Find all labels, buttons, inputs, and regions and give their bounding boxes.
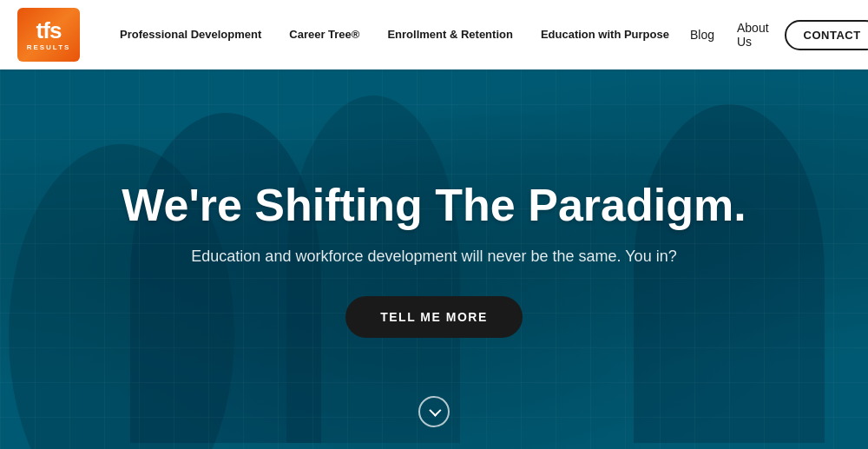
hero-subtext: Education and workforce development will… — [122, 248, 746, 266]
primary-nav: Professional Development Career Tree® En… — [106, 28, 683, 43]
nav-link-about-us[interactable]: About Us — [730, 21, 776, 49]
nav-item-enrollment-retention[interactable]: Enrollment & Retention — [373, 28, 526, 43]
contact-button[interactable]: CONTACT — [785, 20, 868, 50]
hero-content: We're Shifting The Paradigm. Education a… — [87, 181, 780, 338]
nav-link-blog[interactable]: Blog — [683, 28, 721, 42]
logo-box: tfs RESULTS — [17, 8, 80, 62]
secondary-nav: Blog About Us CONTACT 📱 330.840.2680 — [683, 20, 868, 50]
scroll-indicator[interactable] — [418, 396, 450, 427]
nav-item-professional-development[interactable]: Professional Development — [106, 28, 275, 43]
hero-section: We're Shifting The Paradigm. Education a… — [0, 69, 868, 449]
cta-button[interactable]: TELL ME MORE — [345, 296, 523, 338]
nav-item-education-purpose[interactable]: Education with Purpose — [527, 28, 683, 43]
chevron-down-icon — [429, 405, 441, 417]
header: tfs RESULTS Professional Development Car… — [0, 0, 868, 69]
nav-item-career-tree[interactable]: Career Tree® — [275, 28, 373, 43]
logo-letters: tfs — [36, 19, 62, 42]
scroll-circle[interactable] — [418, 396, 450, 427]
hero-headline: We're Shifting The Paradigm. — [122, 181, 746, 230]
logo[interactable]: tfs RESULTS — [17, 8, 80, 62]
logo-tagline: RESULTS — [27, 43, 71, 51]
